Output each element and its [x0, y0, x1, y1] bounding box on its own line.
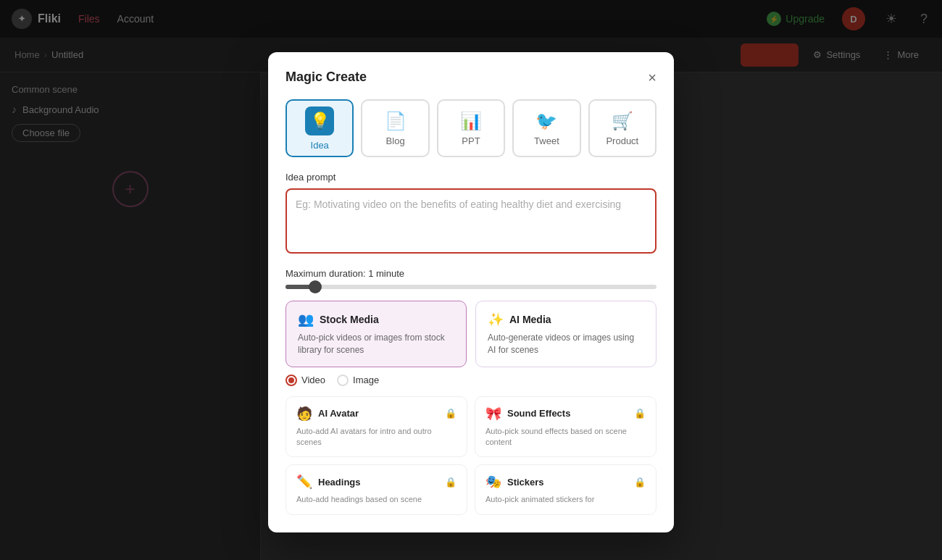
- tab-product[interactable]: 🛒 Product: [588, 99, 657, 157]
- feature-card-stickers[interactable]: 🎭 Stickers 🔒 Auto-pick animated stickers…: [475, 464, 657, 514]
- tab-ppt-label: PPT: [462, 135, 480, 146]
- sound-effects-desc: Auto-pick sound effects based on scene c…: [485, 426, 646, 448]
- stock-media-desc: Auto-pick videos or images from stock li…: [298, 332, 454, 356]
- stickers-icon: 🎭: [485, 474, 501, 490]
- radio-video-dot: [285, 375, 297, 386]
- ai-avatar-title: AI Avatar: [318, 408, 359, 419]
- product-icon: 🛒: [612, 111, 633, 131]
- ai-media-title: AI Media: [509, 314, 551, 325]
- stickers-header: 🎭 Stickers 🔒: [485, 474, 646, 490]
- tab-idea-label: Idea: [311, 140, 329, 151]
- ai-avatar-header: 🧑 AI Avatar 🔒: [296, 406, 457, 422]
- type-tabs: 💡 Idea 📄 Blog 📊 PPT 🐦 Tweet 🛒 Product: [285, 99, 657, 157]
- magic-create-modal: Magic Create × 💡 Idea 📄 Blog 📊 PPT 🐦 Twe…: [268, 52, 674, 532]
- headings-lock-icon: 🔒: [445, 477, 457, 488]
- radio-image-dot: [337, 375, 349, 386]
- modal-header: Magic Create ×: [285, 70, 657, 85]
- duration-label: Maximum duration: 1 minute: [285, 268, 657, 279]
- idea-prompt-textarea[interactable]: [285, 188, 657, 254]
- radio-video-label: Video: [301, 375, 325, 385]
- ai-media-icon: ✨: [488, 312, 504, 327]
- sound-effects-left: 🎀 Sound Effects: [485, 406, 570, 422]
- stock-media-header: 👥 Stock Media: [298, 312, 454, 327]
- stickers-desc: Auto-pick animated stickers for: [485, 494, 646, 505]
- tab-blog-label: Blog: [386, 135, 405, 146]
- ai-avatar-left: 🧑 AI Avatar: [296, 406, 359, 422]
- tab-tweet-label: Tweet: [534, 135, 559, 146]
- tab-ppt[interactable]: 📊 PPT: [437, 99, 505, 157]
- sound-effects-lock-icon: 🔒: [634, 408, 646, 419]
- prompt-label: Idea prompt: [285, 172, 657, 183]
- ppt-icon: 📊: [460, 111, 482, 131]
- feature-grid: 🧑 AI Avatar 🔒 Auto-add AI avatars for in…: [285, 396, 657, 515]
- tweet-icon: 🐦: [535, 111, 557, 131]
- ai-media-header: ✨ AI Media: [488, 312, 644, 327]
- tab-product-label: Product: [606, 135, 638, 146]
- feature-card-headings[interactable]: ✏️ Headings 🔒 Auto-add headings based on…: [285, 464, 467, 514]
- modal-close-btn[interactable]: ×: [648, 70, 657, 85]
- stickers-left: 🎭 Stickers: [485, 474, 544, 490]
- sound-effects-header: 🎀 Sound Effects 🔒: [485, 406, 646, 422]
- tab-tweet[interactable]: 🐦 Tweet: [512, 99, 580, 157]
- blog-icon: 📄: [385, 111, 407, 131]
- stickers-title: Stickers: [507, 477, 544, 488]
- duration-slider-row: [285, 285, 657, 289]
- tab-idea[interactable]: 💡 Idea: [285, 99, 354, 157]
- ai-avatar-icon: 🧑: [296, 406, 312, 422]
- feature-card-ai-avatar[interactable]: 🧑 AI Avatar 🔒 Auto-add AI avatars for in…: [285, 396, 467, 458]
- headings-left: ✏️ Headings: [296, 474, 361, 490]
- ai-avatar-lock-icon: 🔒: [445, 408, 457, 419]
- radio-video[interactable]: Video: [285, 375, 325, 386]
- headings-desc: Auto-add headings based on scene: [296, 494, 457, 505]
- tab-blog[interactable]: 📄 Blog: [361, 99, 429, 157]
- ai-media-option[interactable]: ✨ AI Media Auto-generate videos or image…: [475, 301, 657, 367]
- stock-media-icon: 👥: [298, 312, 314, 327]
- sound-effects-title: Sound Effects: [507, 408, 570, 419]
- ai-media-desc: Auto-generate videos or images using AI …: [488, 332, 644, 356]
- radio-row: Video Image: [285, 375, 657, 386]
- feature-card-sound-effects[interactable]: 🎀 Sound Effects 🔒 Auto-pick sound effect…: [475, 396, 657, 458]
- idea-icon-bg: 💡: [305, 106, 334, 135]
- ai-avatar-desc: Auto-add AI avatars for intro and outro …: [296, 426, 457, 448]
- slider-thumb[interactable]: [309, 280, 322, 293]
- slider-track: [285, 285, 657, 289]
- headings-title: Headings: [318, 477, 361, 488]
- stock-media-title: Stock Media: [320, 314, 379, 325]
- radio-image-label: Image: [353, 375, 379, 385]
- modal-title: Magic Create: [285, 70, 367, 85]
- media-options: 👥 Stock Media Auto-pick videos or images…: [285, 301, 657, 367]
- stickers-lock-icon: 🔒: [634, 477, 646, 488]
- sound-effects-icon: 🎀: [485, 406, 501, 422]
- headings-icon: ✏️: [296, 474, 312, 490]
- headings-header: ✏️ Headings 🔒: [296, 474, 457, 490]
- stock-media-option[interactable]: 👥 Stock Media Auto-pick videos or images…: [285, 301, 467, 367]
- radio-image[interactable]: Image: [337, 375, 379, 386]
